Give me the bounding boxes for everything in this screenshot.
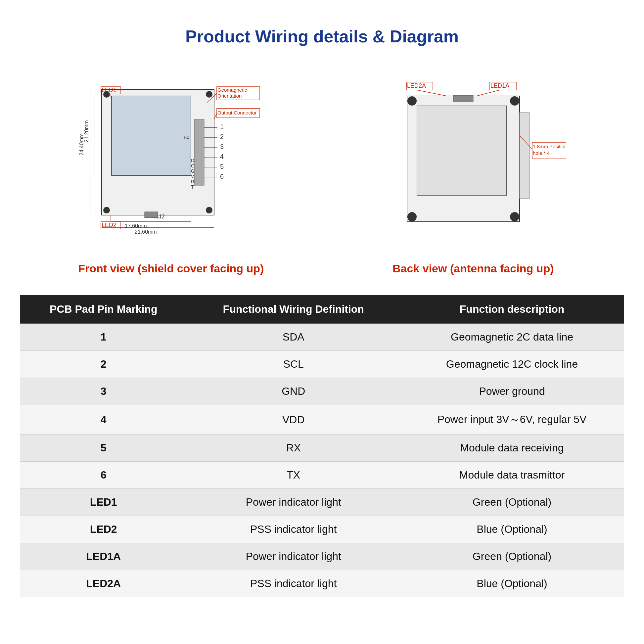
svg-text:G: G bbox=[191, 168, 195, 174]
svg-text:24.40mm: 24.40mm bbox=[79, 133, 84, 156]
table-row: 1SDAGeomagnetic 2C data line bbox=[20, 324, 624, 351]
table-section: PCB Pad Pin Marking Functional Wiring De… bbox=[20, 295, 624, 597]
table-cell-description: Module data receiving bbox=[400, 435, 624, 462]
table-row: LED1Power indicator lightGreen (Optional… bbox=[20, 489, 624, 516]
front-view-label: Front view (shield cover facing up) bbox=[78, 262, 264, 275]
table-cell-wiring: VDD bbox=[187, 405, 400, 435]
table-cell-wiring: PSS indicator light bbox=[187, 516, 400, 543]
wiring-table: PCB Pad Pin Marking Functional Wiring De… bbox=[20, 295, 624, 597]
diagrams-row: LED1 LED2 Geomagnetic Orientation Output… bbox=[20, 69, 624, 275]
table-cell-pin: 1 bbox=[20, 324, 187, 351]
svg-text:LED1: LED1 bbox=[102, 87, 116, 93]
svg-text:R: R bbox=[191, 179, 194, 184]
table-cell-pin: 2 bbox=[20, 351, 187, 378]
svg-text:B0: B0 bbox=[184, 135, 189, 140]
svg-rect-3 bbox=[112, 96, 191, 175]
table-cell-pin: 5 bbox=[20, 435, 187, 462]
col-header-wiring: Functional Wiring Definition bbox=[187, 295, 400, 324]
svg-point-6 bbox=[103, 207, 110, 213]
table-cell-wiring: SCL bbox=[187, 351, 400, 378]
table-row: 6TXModule data trasmittor bbox=[20, 462, 624, 489]
svg-text:21.20mm: 21.20mm bbox=[84, 120, 89, 142]
svg-text:Orientation: Orientation bbox=[217, 93, 242, 99]
svg-point-53 bbox=[407, 96, 417, 106]
svg-point-54 bbox=[510, 96, 519, 106]
table-cell-wiring: GND bbox=[187, 378, 400, 405]
table-row: LED2APSS indicator lightBlue (Optional) bbox=[20, 570, 624, 597]
table-row: 3GNDPower ground bbox=[20, 378, 624, 405]
svg-point-7 bbox=[206, 207, 212, 213]
back-diagram-svg: ANT1 LED2A LED1A 1.8mm Positioning hole … bbox=[381, 69, 566, 255]
back-view-label: Back view (antenna facing up) bbox=[392, 262, 554, 275]
front-diagram-svg-wrap: LED1 LED2 Geomagnetic Orientation Output… bbox=[78, 69, 264, 256]
svg-point-56 bbox=[510, 212, 519, 221]
table-cell-wiring: RX bbox=[187, 435, 400, 462]
table-row: 5RXModule data receiving bbox=[20, 435, 624, 462]
svg-text:Output Connector: Output Connector bbox=[217, 110, 256, 115]
svg-text:T: T bbox=[191, 184, 194, 190]
svg-text:LED1A: LED1A bbox=[490, 82, 509, 89]
svg-text:D: D bbox=[191, 158, 194, 163]
table-cell-pin: LED1 bbox=[20, 489, 187, 516]
svg-line-65 bbox=[477, 90, 500, 96]
table-cell-description: Geomagnetic 12C clock line bbox=[400, 351, 624, 378]
svg-text:LED2A: LED2A bbox=[407, 82, 426, 89]
table-cell-pin: LED2A bbox=[20, 570, 187, 597]
svg-text:Geomagnetic: Geomagnetic bbox=[217, 87, 247, 93]
svg-text:LED2: LED2 bbox=[102, 222, 116, 228]
svg-text:21.60mm: 21.60mm bbox=[135, 229, 157, 235]
svg-text:V: V bbox=[191, 174, 194, 179]
svg-rect-58 bbox=[520, 113, 529, 199]
svg-text:5: 5 bbox=[220, 163, 224, 170]
table-cell-wiring: TX bbox=[187, 462, 400, 489]
svg-point-5 bbox=[206, 91, 212, 98]
table-row: 2SCLGeomagnetic 12C clock line bbox=[20, 351, 624, 378]
front-diagram-container: LED1 LED2 Geomagnetic Orientation Output… bbox=[78, 69, 264, 275]
col-header-pin: PCB Pad Pin Marking bbox=[20, 295, 187, 324]
svg-text:4: 4 bbox=[220, 153, 224, 160]
svg-text:3: 3 bbox=[220, 143, 224, 150]
svg-text:C: C bbox=[191, 163, 194, 168]
table-cell-description: Power input 3V～6V, regular 5V bbox=[400, 405, 624, 435]
table-cell-pin: 3 bbox=[20, 378, 187, 405]
svg-text:6: 6 bbox=[220, 173, 224, 180]
table-cell-description: Blue (Optional) bbox=[400, 570, 624, 597]
table-cell-wiring: Power indicator light bbox=[187, 489, 400, 516]
table-cell-description: Module data trasmittor bbox=[400, 462, 624, 489]
svg-text:2: 2 bbox=[220, 133, 224, 140]
table-row: LED2PSS indicator lightBlue (Optional) bbox=[20, 516, 624, 543]
svg-text:1.8mm Positioning: 1.8mm Positioning bbox=[533, 144, 566, 149]
svg-rect-21 bbox=[194, 119, 204, 185]
svg-text:1: 1 bbox=[220, 123, 224, 130]
table-cell-description: Power ground bbox=[400, 378, 624, 405]
table-cell-pin: 6 bbox=[20, 462, 187, 489]
table-cell-wiring: SDA bbox=[187, 324, 400, 351]
front-diagram-svg: LED1 LED2 Geomagnetic Orientation Output… bbox=[78, 69, 264, 255]
table-cell-description: Blue (Optional) bbox=[400, 516, 624, 543]
table-row: 4VDDPower input 3V～6V, regular 5V bbox=[20, 405, 624, 435]
table-row: LED1APower indicator lightGreen (Optiona… bbox=[20, 543, 624, 570]
table-cell-wiring: PSS indicator light bbox=[187, 570, 400, 597]
table-body: 1SDAGeomagnetic 2C data line2SCLGeomagne… bbox=[20, 324, 624, 597]
svg-line-62 bbox=[417, 90, 447, 96]
svg-rect-59 bbox=[453, 95, 473, 102]
table-cell-wiring: Power indicator light bbox=[187, 543, 400, 570]
table-cell-description: Green (Optional) bbox=[400, 489, 624, 516]
svg-text:hole * 4: hole * 4 bbox=[533, 150, 550, 156]
table-cell-pin: 4 bbox=[20, 405, 187, 435]
back-diagram-svg-wrap: ANT1 LED2A LED1A 1.8mm Positioning hole … bbox=[381, 69, 566, 256]
page-title: Product Wiring details & Diagram bbox=[185, 26, 459, 46]
col-header-description: Function description bbox=[400, 295, 624, 324]
table-cell-description: Geomagnetic 2C data line bbox=[400, 324, 624, 351]
table-cell-pin: LED2 bbox=[20, 516, 187, 543]
table-cell-description: Green (Optional) bbox=[400, 543, 624, 570]
svg-rect-50 bbox=[145, 212, 158, 218]
svg-line-20 bbox=[214, 113, 217, 119]
table-header-row: PCB Pad Pin Marking Functional Wiring De… bbox=[20, 295, 624, 324]
svg-point-55 bbox=[407, 212, 417, 221]
table-cell-pin: LED1A bbox=[20, 543, 187, 570]
back-diagram-container: ANT1 LED2A LED1A 1.8mm Positioning hole … bbox=[381, 69, 566, 275]
svg-rect-52 bbox=[417, 106, 506, 195]
